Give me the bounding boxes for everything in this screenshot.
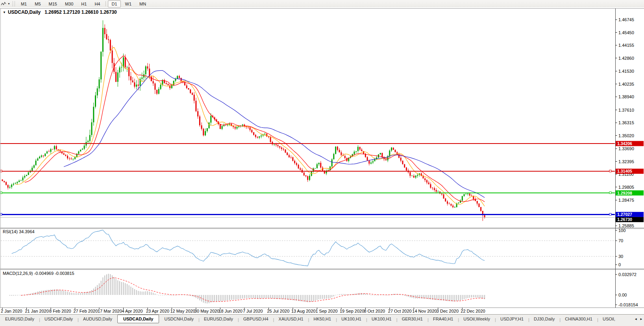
svg-text:13 Aug 2020: 13 Aug 2020 <box>291 309 316 313</box>
svg-text:0.032972: 0.032972 <box>618 272 637 277</box>
svg-text:100: 100 <box>618 228 625 233</box>
tab-usoil-weekly[interactable]: |USOil,Weekly <box>458 315 495 322</box>
tab-usdchf-daily[interactable]: |USDCHF,Daily <box>39 315 78 322</box>
svg-text:25 Jul 2020: 25 Jul 2020 <box>267 309 289 313</box>
svg-text:1.28475: 1.28475 <box>618 198 634 203</box>
chart-tab-bar: EURUSD,Daily|USDCHF,Daily|AUDUSD,DailyUS… <box>0 314 644 326</box>
tab-ger30-h1[interactable]: |GER30,H1 <box>397 315 428 322</box>
svg-text:27 Oct 2020: 27 Oct 2020 <box>388 309 412 313</box>
svg-text:1.25885: 1.25885 <box>618 223 634 228</box>
tab-fra40-h1[interactable]: |FRA40,H1 <box>428 315 458 322</box>
svg-text:22 Dec 2020: 22 Dec 2020 <box>461 309 485 313</box>
svg-text:1.40235: 1.40235 <box>618 82 634 87</box>
timeframe-button-W1[interactable]: W1 <box>122 0 135 7</box>
svg-text:12 May 2020: 12 May 2020 <box>170 309 195 313</box>
svg-text:-0.018154: -0.018154 <box>618 302 638 307</box>
svg-text:18 Jun 2020: 18 Jun 2020 <box>218 309 242 313</box>
svg-text:17 Mar 2020: 17 Mar 2020 <box>98 309 122 313</box>
svg-text:1.27027: 1.27027 <box>617 212 632 217</box>
chart-type-icon[interactable]: ▼ <box>1 2 10 6</box>
svg-text:1.33690: 1.33690 <box>618 146 634 151</box>
timeframe-button-M15[interactable]: M15 <box>45 0 61 7</box>
svg-text:1.31405: 1.31405 <box>617 169 632 173</box>
date-axis: 2 Jan 202021 Jan 20208 Feb 202027 Feb 20… <box>1 308 485 314</box>
svg-text:1.34206: 1.34206 <box>617 141 632 146</box>
tab-usdcnh-daily[interactable]: USDCNH,Daily <box>159 315 199 322</box>
tab-usoil-[interactable]: |USOil, <box>598 315 620 322</box>
svg-text:1.37610: 1.37610 <box>618 108 634 112</box>
svg-text:21 Jan 2020: 21 Jan 2020 <box>25 309 49 313</box>
svg-text:3 Dec 2020: 3 Dec 2020 <box>437 309 459 313</box>
svg-text:19 Sep 2020: 19 Sep 2020 <box>340 309 364 313</box>
svg-text:8 Feb 2020: 8 Feb 2020 <box>49 309 71 313</box>
chart-type-caret-icon[interactable]: ▼ <box>7 2 10 5</box>
tab-gbpusd-h4[interactable]: |GBPUSD,H4 <box>238 315 274 322</box>
timeframe-button-M30[interactable]: M30 <box>61 0 77 7</box>
timeframe-button-MN[interactable]: MN <box>136 0 150 7</box>
timeframe-button-H4[interactable]: H4 <box>91 0 104 7</box>
svg-text:2 Jan 2020: 2 Jan 2020 <box>1 309 22 313</box>
timeframe-button-M5[interactable]: M5 <box>31 0 44 7</box>
tab-scroll-right-icon[interactable]: ► <box>640 317 643 321</box>
tab-usdcad-daily[interactable]: USDCAD,Daily <box>117 315 159 323</box>
svg-text:0: 0 <box>618 262 621 267</box>
svg-text:1.42860: 1.42860 <box>618 56 634 61</box>
svg-text:1.44155: 1.44155 <box>618 43 634 48</box>
svg-text:1.41530: 1.41530 <box>618 69 634 74</box>
tab-eurusd-daily[interactable]: |EURUSD,Daily <box>199 315 238 322</box>
svg-text:1.26730: 1.26730 <box>617 217 632 222</box>
svg-text:1.46745: 1.46745 <box>618 17 634 22</box>
tab-hk50-h1[interactable]: |HK50,H1 <box>309 315 337 322</box>
tab-scroll-left-icon[interactable]: ◄ <box>634 317 637 321</box>
svg-text:1.38940: 1.38940 <box>618 94 634 99</box>
svg-text:14 Nov 2020: 14 Nov 2020 <box>412 309 437 313</box>
svg-text:1.32395: 1.32395 <box>618 159 634 164</box>
tab-china300-h1[interactable]: |CHINA300,H1 <box>560 315 598 322</box>
chart-canvas[interactable]: 1.467451.454501.441551.428601.415301.402… <box>0 7 644 314</box>
chart-window: 1.467451.454501.441551.428601.415301.402… <box>0 7 644 314</box>
svg-text:4 Apr 2020: 4 Apr 2020 <box>122 309 143 313</box>
timeframe-button-M1[interactable]: M1 <box>17 0 30 7</box>
tab-usdjpy-h1[interactable]: |USDJPY,H1 <box>495 315 529 322</box>
svg-text:7 Jul 2020: 7 Jul 2020 <box>243 309 263 313</box>
svg-text:1.45450: 1.45450 <box>618 30 634 35</box>
svg-text:1.35020: 1.35020 <box>618 133 634 138</box>
svg-text:30: 30 <box>618 254 623 259</box>
tab-uk100-h1[interactable]: |UK100,H1 <box>336 315 366 322</box>
tab-xauusd-h1[interactable]: |XAUUSD,H1 <box>274 315 309 322</box>
svg-text:27 Feb 2020: 27 Feb 2020 <box>74 309 98 313</box>
timeframe-toolbar: ▼ M1M5M15M30H1H4D1W1MN <box>0 0 644 8</box>
svg-text:1 Sep 2020: 1 Sep 2020 <box>315 309 337 313</box>
svg-text:23 Apr 2020: 23 Apr 2020 <box>146 309 169 313</box>
svg-text:1.29208: 1.29208 <box>617 191 632 195</box>
svg-text:8 Oct 2020: 8 Oct 2020 <box>364 309 385 313</box>
svg-text:1.36315: 1.36315 <box>618 120 634 125</box>
svg-text:0.00: 0.00 <box>618 293 627 297</box>
toolbar-grip[interactable] <box>13 1 15 6</box>
timeframe-button-D1[interactable]: D1 <box>108 0 120 7</box>
tab-uk100-h1[interactable]: |UK100,H1 <box>366 315 397 322</box>
tab-dj30-daily[interactable]: |DJ30,Daily <box>529 315 560 322</box>
svg-text:30 May 2020: 30 May 2020 <box>194 309 220 313</box>
tab-eurusd-daily[interactable]: EURUSD,Daily <box>0 315 39 322</box>
tab-audusd-daily[interactable]: |AUDUSD,Daily <box>78 315 117 322</box>
svg-text:70: 70 <box>618 238 623 243</box>
svg-text:1.29805: 1.29805 <box>618 185 634 190</box>
timeframe-button-H1[interactable]: H1 <box>78 0 90 7</box>
